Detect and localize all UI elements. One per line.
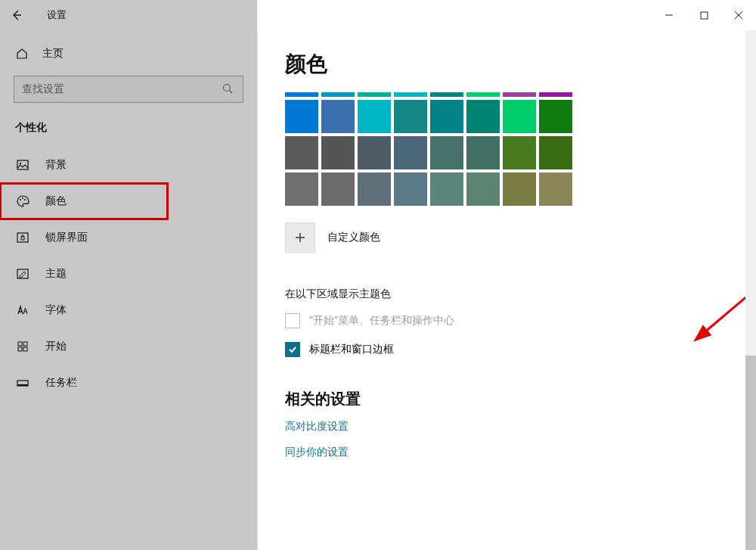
color-palette [285,92,729,206]
svg-rect-6 [17,160,28,169]
search-placeholder: 查找设置 [22,82,222,96]
sidebar: 主页 查找设置 个性化 背景颜色锁屏界面主题字体开始任务栏 [0,30,257,550]
color-swatch[interactable] [285,136,318,169]
accent-swatch [394,92,427,97]
color-swatch[interactable] [285,172,318,206]
svg-rect-14 [18,342,22,346]
svg-point-8 [20,199,21,200]
custom-color-label: 自定义颜色 [327,231,380,244]
font-icon [15,303,30,318]
sidebar-item-label: 背景 [45,158,67,172]
color-swatch[interactable] [321,100,355,133]
svg-rect-17 [23,347,27,351]
main-content: 颜色 自定义颜色 在以下区域显示主题色 "开始"菜单、任务栏和操作中心标题栏和窗… [257,30,756,550]
related-settings-title: 相关的设置 [285,389,729,409]
svg-point-9 [22,197,23,199]
svg-point-4 [224,85,231,92]
titlebar: 设置 [0,0,756,30]
checkbox-label: 标题栏和窗口边框 [309,343,394,356]
checkbox-row[interactable]: 标题栏和窗口边框 [285,342,729,357]
accent-swatch [358,92,391,97]
taskbar-icon [15,375,30,390]
sidebar-item-label: 字体 [45,303,67,317]
color-swatch[interactable] [539,136,572,169]
accent-swatch [466,92,500,97]
search-icon [222,82,235,96]
color-swatch[interactable] [394,100,427,133]
sidebar-item-font[interactable]: 字体 [0,292,257,328]
sidebar-item-palette[interactable]: 颜色 [0,183,168,219]
svg-rect-11 [17,233,28,242]
color-swatch[interactable] [321,172,355,206]
svg-rect-12 [21,237,24,240]
minimize-button[interactable] [652,0,686,30]
home-label: 主页 [42,47,64,61]
color-swatch[interactable] [394,136,427,169]
color-swatch[interactable] [539,172,572,206]
sidebar-item-label: 锁屏界面 [45,231,88,244]
window-title: 设置 [47,8,67,22]
color-swatch[interactable] [358,172,391,206]
sidebar-item-label: 任务栏 [45,376,77,390]
custom-color-button[interactable] [285,222,315,253]
color-swatch[interactable] [430,172,463,206]
search-input[interactable]: 查找设置 [14,76,243,103]
svg-rect-20 [17,384,28,386]
plus-icon [294,231,306,244]
checkbox[interactable] [285,342,300,357]
scrollbar-thumb[interactable] [745,356,756,550]
svg-point-10 [24,199,26,200]
sidebar-item-brush[interactable]: 主题 [0,256,257,292]
sidebar-item-label: 开始 [45,340,67,353]
maximize-button[interactable] [686,0,721,30]
color-swatch[interactable] [358,100,391,133]
picture-icon [15,157,30,172]
home-icon [15,48,29,60]
color-swatch[interactable] [466,172,500,206]
color-swatch[interactable] [539,100,572,133]
svg-rect-13 [17,269,28,278]
close-button[interactable] [721,0,756,30]
checkbox-row: "开始"菜单、任务栏和操作中心 [285,313,729,328]
lock-icon [15,230,30,245]
related-link[interactable]: 高对比度设置 [285,420,729,433]
sidebar-item-label: 颜色 [45,194,67,208]
sidebar-item-label: 主题 [45,267,67,281]
grid-icon [15,339,30,354]
sidebar-item-taskbar[interactable]: 任务栏 [0,365,257,401]
color-swatch[interactable] [430,100,463,133]
palette-icon [15,194,30,209]
color-swatch[interactable] [466,136,500,169]
back-button[interactable] [0,0,33,30]
color-swatch[interactable] [430,136,463,169]
related-link[interactable]: 同步你的设置 [285,446,729,459]
color-swatch[interactable] [503,100,536,133]
home-link[interactable]: 主页 [0,41,257,71]
svg-rect-16 [18,347,22,351]
checkbox-label: "开始"菜单、任务栏和操作中心 [309,314,454,328]
sidebar-section-label: 个性化 [0,117,257,147]
svg-point-7 [20,163,22,165]
sidebar-item-picture[interactable]: 背景 [0,147,257,183]
accent-section-title: 在以下区域显示主题色 [285,287,729,301]
color-swatch[interactable] [503,136,536,169]
accent-swatch [285,92,318,97]
accent-swatch [430,92,463,97]
color-swatch[interactable] [321,136,355,169]
window-controls [652,0,756,30]
accent-swatch [539,92,572,97]
brush-icon [15,266,30,281]
color-swatch[interactable] [466,100,500,133]
page-title: 颜色 [285,50,729,79]
accent-swatch [321,92,355,97]
color-swatch[interactable] [394,172,427,206]
accent-swatch [503,92,536,97]
checkbox [285,313,300,328]
sidebar-item-lock[interactable]: 锁屏界面 [0,219,257,256]
color-swatch[interactable] [358,136,391,169]
color-swatch[interactable] [503,172,536,206]
sidebar-item-grid[interactable]: 开始 [0,328,257,365]
svg-rect-1 [701,12,708,19]
arrow-left-icon [11,9,23,21]
color-swatch[interactable] [285,100,318,133]
